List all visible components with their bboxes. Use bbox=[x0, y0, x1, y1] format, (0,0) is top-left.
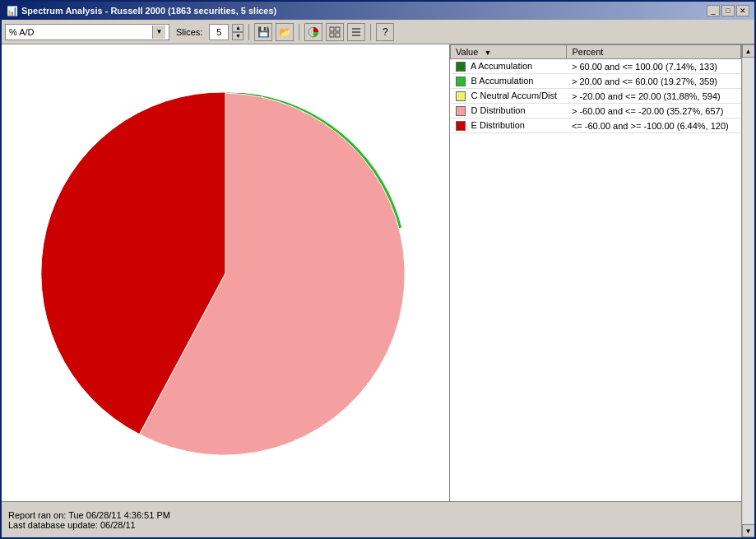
slices-spinner[interactable]: ▲ ▼ bbox=[232, 24, 243, 40]
legend-range-cell: > -60.00 and <= -20.00 (35.27%, 657) bbox=[567, 104, 741, 118]
scroll-up-button[interactable]: ▲ bbox=[742, 44, 755, 58]
legend-label-text: A Accumulation bbox=[471, 61, 532, 71]
col-value-header: Value ▼ bbox=[451, 45, 567, 59]
legend-color-swatch bbox=[456, 91, 466, 101]
help-button[interactable]: ? bbox=[376, 23, 394, 41]
legend-color-swatch bbox=[456, 106, 466, 116]
legend-range-cell: > -20.00 and <= 20.00 (31.88%, 594) bbox=[567, 89, 741, 104]
chart-legend-row: Value ▼ Percent A Accumulation > 60.00 a… bbox=[2, 44, 741, 501]
last-db-text: Last database update: 06/28/11 bbox=[8, 520, 735, 530]
status-bar: Report ran on: Tue 06/28/11 4:36:51 PM L… bbox=[2, 501, 741, 537]
save-button[interactable]: 💾 bbox=[254, 23, 272, 41]
app-icon: 📊 bbox=[7, 6, 18, 16]
dropdown-arrow-icon[interactable]: ▼ bbox=[152, 26, 165, 39]
legend-label-text: B Accumulation bbox=[471, 76, 534, 86]
legend-color-swatch bbox=[456, 62, 466, 72]
legend-row: B Accumulation > 20.00 and <= 60.00 (19.… bbox=[451, 74, 741, 89]
legend-range-cell: <= -60.00 and >= -100.00 (6.44%, 120) bbox=[567, 118, 741, 133]
sort-icon[interactable]: ▼ bbox=[484, 49, 491, 57]
legend-row: C Neutral Accum/Dist > -20.00 and <= 20.… bbox=[451, 89, 741, 104]
legend-label-text: C Neutral Accum/Dist bbox=[471, 91, 558, 100]
app-window: 📊 Spectrum Analysis - Russell 2000 (1863… bbox=[0, 0, 756, 539]
slices-input[interactable] bbox=[209, 24, 229, 40]
svg-rect-3 bbox=[330, 33, 334, 37]
legend-range-cell: > 60.00 and <= 100.00 (7.14%, 133) bbox=[567, 59, 741, 74]
list-button[interactable] bbox=[347, 23, 365, 41]
separator-2 bbox=[299, 24, 299, 40]
toolbar: % A/D ▼ Slices: ▲ ▼ 💾 📂 bbox=[2, 20, 754, 44]
svg-rect-4 bbox=[336, 33, 340, 37]
maximize-button[interactable]: □ bbox=[721, 5, 735, 16]
legend-row: D Distribution > -60.00 and <= -20.00 (3… bbox=[451, 104, 741, 118]
slices-label: Slices: bbox=[173, 27, 206, 37]
legend-range-cell: > 20.00 and <= 60.00 (19.27%, 359) bbox=[567, 74, 741, 89]
legend-label-cell: A Accumulation bbox=[451, 59, 567, 74]
legend-label-cell: D Distribution bbox=[451, 104, 567, 118]
window-title: Spectrum Analysis - Russell 2000 (1863 s… bbox=[21, 6, 276, 16]
col-percent-header: Percent bbox=[567, 45, 741, 59]
legend-label-cell: C Neutral Accum/Dist bbox=[451, 89, 567, 104]
scroll-down-button[interactable]: ▼ bbox=[742, 524, 755, 537]
chart-area bbox=[2, 44, 449, 501]
report-ran-text: Report ran on: Tue 06/28/11 4:36:51 PM bbox=[8, 510, 735, 520]
spin-up-button[interactable]: ▲ bbox=[232, 24, 243, 32]
minimize-button[interactable]: _ bbox=[707, 5, 720, 16]
separator-3 bbox=[370, 24, 371, 40]
svg-rect-2 bbox=[336, 27, 340, 31]
open-button[interactable]: 📂 bbox=[276, 23, 294, 41]
legend-label-cell: B Accumulation bbox=[451, 74, 567, 89]
content-area: Value ▼ Percent A Accumulation > 60.00 a… bbox=[2, 44, 754, 537]
spin-down-button[interactable]: ▼ bbox=[232, 32, 243, 40]
legend-label-text: D Distribution bbox=[471, 105, 526, 115]
indicator-dropdown[interactable]: % A/D ▼ bbox=[5, 24, 169, 40]
separator-1 bbox=[248, 24, 249, 40]
legend-label-text: E Distribution bbox=[471, 120, 525, 130]
legend-color-swatch bbox=[456, 121, 466, 131]
pie-chart bbox=[3, 51, 448, 495]
legend-color-swatch bbox=[456, 77, 466, 86]
svg-rect-1 bbox=[330, 27, 334, 31]
legend-table: Value ▼ Percent A Accumulation > 60.00 a… bbox=[450, 44, 741, 133]
grid-button[interactable] bbox=[326, 23, 344, 41]
legend-area: Value ▼ Percent A Accumulation > 60.00 a… bbox=[449, 44, 741, 501]
legend-row: E Distribution <= -60.00 and >= -100.00 … bbox=[451, 118, 741, 133]
legend-label-cell: E Distribution bbox=[451, 118, 567, 133]
pie-chart-button[interactable] bbox=[304, 23, 322, 41]
main-area: Value ▼ Percent A Accumulation > 60.00 a… bbox=[2, 44, 741, 537]
right-scrollbar[interactable]: ▲ ▼ bbox=[741, 44, 754, 537]
close-button[interactable]: ✕ bbox=[736, 5, 749, 16]
legend-row: A Accumulation > 60.00 and <= 100.00 (7.… bbox=[451, 59, 741, 74]
title-bar: 📊 Spectrum Analysis - Russell 2000 (1863… bbox=[2, 2, 754, 20]
scroll-track bbox=[743, 58, 754, 524]
